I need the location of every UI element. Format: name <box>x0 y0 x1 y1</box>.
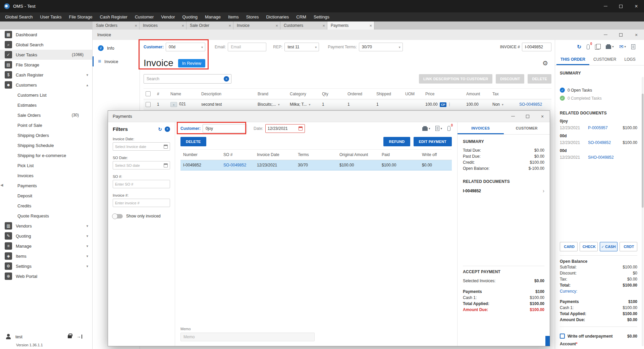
invoice-number-field[interactable] <box>522 43 551 51</box>
email-field[interactable] <box>228 43 266 51</box>
sidebar-subitem[interactable]: Pick List <box>0 160 92 170</box>
attachment-button[interactable]: 0 <box>587 44 590 49</box>
menu-item[interactable]: Items <box>224 12 243 21</box>
side-tab[interactable]: INVOICES <box>458 122 504 134</box>
payment-terms-dropdown[interactable]: 30/70 ▾ <box>359 43 403 51</box>
refresh-icon[interactable]: ↻ <box>158 127 162 132</box>
gear-icon[interactable]: ⚙ <box>542 59 548 67</box>
app-tab[interactable]: Customers × <box>280 21 327 30</box>
row-checkbox[interactable] <box>146 102 151 107</box>
payment-date-input[interactable] <box>268 126 299 131</box>
related-document-row[interactable]: 12/23/2021 SHO-0049852 <box>560 155 637 160</box>
menu-item[interactable]: Global Search <box>1 12 36 21</box>
delete-button[interactable]: DELETE <box>180 137 206 146</box>
tab-close-icon[interactable]: × <box>226 23 231 28</box>
memo-input[interactable] <box>180 333 315 341</box>
sidebar-item[interactable]: $ Cash Register ▾ <box>0 70 92 80</box>
sidebar-subitem[interactable]: Shipping Schedule <box>0 140 92 150</box>
sidebar-subitem[interactable]: Shipping Orders <box>0 130 92 140</box>
panel-tab[interactable]: THIS ORDER <box>556 53 589 65</box>
show-only-invoiced-toggle[interactable] <box>113 214 123 218</box>
related-document-row[interactable]: I-0049852 › <box>463 188 544 194</box>
related-document-row[interactable]: 12/23/2021 P-0005957 $100.00 <box>560 126 637 130</box>
sidebar-subitem[interactable]: Sale Orders (30) <box>0 110 92 120</box>
refund-button[interactable]: REFUND <box>383 137 410 146</box>
table-row selected[interactable]: I-0049852 SO-0049852 12/23/2021 30/70 $1… <box>180 160 452 170</box>
so-link[interactable]: SO-0049852 <box>519 102 542 107</box>
cell-description[interactable]: second test <box>199 99 256 109</box>
tab-close-icon[interactable]: × <box>273 23 278 28</box>
select-all-checkbox[interactable] <box>146 91 151 96</box>
lock-icon[interactable] <box>68 335 72 338</box>
customer-dropdown[interactable]: 00d ▾ <box>166 43 205 51</box>
tab-close-icon[interactable]: × <box>179 23 184 28</box>
tab-close-icon[interactable]: × <box>132 23 137 28</box>
menu-item[interactable]: Vendor <box>157 12 178 21</box>
panel-scrollbar[interactable] <box>642 77 644 346</box>
maximize-button[interactable] <box>613 0 629 12</box>
close-button[interactable]: × <box>535 111 550 122</box>
refresh-icon[interactable]: ↻ <box>577 44 581 50</box>
app-tab[interactable]: Sale Orders × <box>93 21 140 30</box>
sidebar-collapse-icon[interactable]: ◀ <box>0 183 3 187</box>
calendar-icon[interactable] <box>164 145 168 149</box>
clear-filters-icon[interactable]: × <box>165 127 170 132</box>
menu-item[interactable]: Cash Register <box>96 12 131 21</box>
sidebar-subitem[interactable]: Payments <box>0 181 92 191</box>
customer-input[interactable] <box>203 124 247 133</box>
invoice-number-input[interactable] <box>115 201 168 205</box>
related-doc-link[interactable]: SO-0049852 <box>588 140 623 145</box>
so-date-input[interactable] <box>115 163 164 167</box>
sidebar-subitem[interactable]: Quote Requests <box>0 211 92 221</box>
maximize-button[interactable] <box>520 111 535 122</box>
nav-item-invoice[interactable]: ≡ Invoice <box>93 55 140 68</box>
completed-tasks-row[interactable]: ✓ 0 Completed Tasks <box>560 96 637 101</box>
sidebar-subitem[interactable]: Estimates <box>0 100 92 110</box>
sidebar-item[interactable]: ▦ Dashboard <box>0 30 92 40</box>
nav-item-info[interactable]: i Info <box>93 41 140 55</box>
menu-item[interactable]: CRM <box>292 12 310 21</box>
clear-search-icon[interactable]: × <box>224 76 229 82</box>
calendar-icon[interactable] <box>299 127 303 131</box>
copy-icon[interactable] <box>595 44 600 50</box>
sidebar-item[interactable]: ⊕ Web Portal <box>0 271 92 281</box>
related-doc-link[interactable]: SHO-0049852 <box>588 155 637 160</box>
export-button[interactable]: ▾ <box>435 126 442 131</box>
payment-method-button[interactable]: CHECK <box>580 242 597 251</box>
app-tab[interactable]: Payments × <box>327 21 374 30</box>
export-document-icon[interactable] <box>631 44 635 49</box>
app-tab[interactable]: Invoices × <box>140 21 186 30</box>
rep-dropdown[interactable]: test 11 ▾ <box>284 43 319 51</box>
sidebar-subitem[interactable]: Customers List <box>0 90 92 100</box>
close-button[interactable]: × <box>629 30 644 40</box>
print-button[interactable]: ▾ <box>606 44 614 49</box>
tab-close-icon[interactable]: × <box>367 23 372 28</box>
logout-icon[interactable]: → <box>76 335 82 339</box>
payment-method-button[interactable]: CARD <box>560 242 578 251</box>
so-link[interactable]: SO-0049852 <box>223 163 246 167</box>
sidebar-subitem[interactable]: Credits <box>0 201 92 211</box>
menu-item[interactable]: File Storage <box>65 12 96 21</box>
search-input[interactable] <box>147 77 224 81</box>
attachment-button[interactable]: 0 <box>447 126 450 131</box>
payment-method-button[interactable]: ✓CASH <box>600 242 618 251</box>
app-tab[interactable]: Invoice × <box>233 21 280 30</box>
cell-tax[interactable]: Non▾ <box>490 99 517 109</box>
sidebar-subitem[interactable]: Point of Sale <box>0 120 92 130</box>
open-tasks-row[interactable]: ✓ 0 Open Tasks <box>560 88 637 93</box>
tab-close-icon[interactable]: × <box>320 23 325 28</box>
app-tab[interactable]: Sale Order × <box>186 21 233 30</box>
scrollbar-thumb[interactable] <box>642 94 644 208</box>
related-document-row[interactable]: 12/23/2021 SO-0049852 $100.00 <box>560 140 637 145</box>
cell-brand[interactable]: Biscuits;...▾ <box>256 99 288 109</box>
panel-tab[interactable]: LOGS <box>620 53 639 65</box>
sidebar-item[interactable]: ✎ Quoting ▾ <box>0 231 92 241</box>
sidebar-item[interactable]: ⌕ Global Search <box>0 40 92 50</box>
maximize-button[interactable] <box>613 30 629 40</box>
menu-item[interactable]: Settings <box>310 12 333 21</box>
writeoff-checkbox[interactable] <box>560 334 565 339</box>
related-doc-link[interactable]: P-0005957 <box>588 126 623 130</box>
email-button[interactable]: ✉ ▾ <box>619 44 626 50</box>
sidebar-item[interactable]: ☻ Customers ▴ <box>0 80 92 90</box>
menu-item[interactable]: Quoting <box>178 12 201 21</box>
